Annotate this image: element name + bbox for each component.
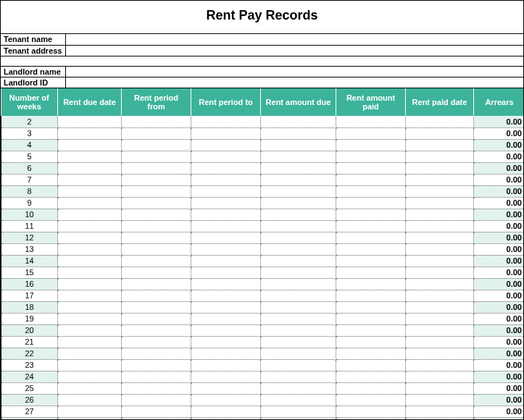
cell-amount-due[interactable]: [261, 301, 336, 313]
cell-period-to[interactable]: [191, 278, 261, 290]
cell-arrears[interactable]: 0.00: [474, 209, 525, 220]
cell-period-to[interactable]: [191, 255, 261, 266]
cell-amount-due[interactable]: [261, 290, 336, 301]
cell-period-to[interactable]: [191, 324, 261, 336]
cell-period-to[interactable]: [191, 290, 261, 301]
cell-amount-paid[interactable]: [336, 162, 406, 174]
cell-due-date[interactable]: [58, 301, 122, 313]
cell-period-from[interactable]: [122, 255, 191, 266]
cell-due-date[interactable]: [58, 116, 122, 127]
cell-paid-date[interactable]: [406, 336, 474, 348]
cell-period-from[interactable]: [122, 417, 191, 420]
cell-period-from[interactable]: [122, 359, 191, 371]
cell-amount-due[interactable]: [261, 266, 336, 278]
cell-period-from[interactable]: [122, 209, 191, 220]
cell-due-date[interactable]: [58, 324, 122, 336]
cell-period-to[interactable]: [191, 336, 261, 348]
cell-period-to[interactable]: [191, 359, 261, 371]
cell-arrears[interactable]: 0.00: [474, 371, 525, 382]
cell-arrears[interactable]: 0.00: [474, 185, 525, 197]
cell-week[interactable]: 9: [1, 197, 58, 209]
cell-period-to[interactable]: [191, 209, 261, 220]
cell-due-date[interactable]: [58, 232, 122, 243]
cell-paid-date[interactable]: [406, 324, 474, 336]
cell-week[interactable]: 12: [1, 232, 58, 243]
cell-amount-due[interactable]: [261, 162, 336, 174]
cell-amount-due[interactable]: [261, 139, 336, 151]
cell-amount-paid[interactable]: [336, 406, 406, 417]
cell-amount-due[interactable]: [261, 127, 336, 139]
cell-paid-date[interactable]: [406, 266, 474, 278]
cell-arrears[interactable]: 0.00: [474, 266, 525, 278]
cell-due-date[interactable]: [58, 336, 122, 348]
cell-paid-date[interactable]: [406, 232, 474, 243]
cell-amount-paid[interactable]: [336, 151, 406, 162]
cell-paid-date[interactable]: [406, 255, 474, 266]
cell-due-date[interactable]: [58, 394, 122, 406]
cell-paid-date[interactable]: [406, 382, 474, 394]
cell-arrears[interactable]: 0.00: [474, 243, 525, 255]
cell-arrears[interactable]: 0.00: [474, 174, 525, 185]
cell-week[interactable]: 25: [1, 382, 58, 394]
cell-period-from[interactable]: [122, 162, 191, 174]
cell-due-date[interactable]: [58, 406, 122, 417]
cell-due-date[interactable]: [58, 220, 122, 232]
cell-amount-paid[interactable]: [336, 185, 406, 197]
cell-period-to[interactable]: [191, 371, 261, 382]
cell-amount-paid[interactable]: [336, 127, 406, 139]
cell-amount-paid[interactable]: [336, 359, 406, 371]
cell-week[interactable]: 16: [1, 278, 58, 290]
cell-week[interactable]: 14: [1, 255, 58, 266]
cell-due-date[interactable]: [58, 209, 122, 220]
cell-due-date[interactable]: [58, 371, 122, 382]
cell-arrears[interactable]: 0.00: [474, 278, 525, 290]
cell-paid-date[interactable]: [406, 359, 474, 371]
cell-week[interactable]: 3: [1, 127, 58, 139]
cell-amount-due[interactable]: [261, 220, 336, 232]
cell-amount-due[interactable]: [261, 209, 336, 220]
cell-period-from[interactable]: [122, 394, 191, 406]
cell-amount-paid[interactable]: [336, 278, 406, 290]
cell-period-from[interactable]: [122, 185, 191, 197]
cell-paid-date[interactable]: [406, 185, 474, 197]
cell-amount-paid[interactable]: [336, 336, 406, 348]
cell-amount-due[interactable]: [261, 185, 336, 197]
cell-paid-date[interactable]: [406, 313, 474, 324]
cell-week[interactable]: 19: [1, 313, 58, 324]
cell-amount-due[interactable]: [261, 382, 336, 394]
cell-amount-paid[interactable]: [336, 266, 406, 278]
cell-period-to[interactable]: [191, 382, 261, 394]
cell-arrears[interactable]: 0.00: [474, 232, 525, 243]
cell-period-to[interactable]: [191, 406, 261, 417]
cell-period-from[interactable]: [122, 371, 191, 382]
cell-period-from[interactable]: [122, 151, 191, 162]
cell-amount-due[interactable]: [261, 406, 336, 417]
cell-week[interactable]: 7: [1, 174, 58, 185]
cell-paid-date[interactable]: [406, 394, 474, 406]
cell-week[interactable]: 8: [1, 185, 58, 197]
tenant-name-value[interactable]: [66, 34, 523, 45]
cell-amount-due[interactable]: [261, 371, 336, 382]
cell-week[interactable]: 10: [1, 209, 58, 220]
cell-arrears[interactable]: 0.00: [474, 359, 525, 371]
cell-due-date[interactable]: [58, 151, 122, 162]
cell-due-date[interactable]: [58, 162, 122, 174]
cell-arrears[interactable]: 0.00: [474, 197, 525, 209]
cell-amount-paid[interactable]: [336, 394, 406, 406]
cell-paid-date[interactable]: [406, 278, 474, 290]
cell-amount-due[interactable]: [261, 116, 336, 127]
cell-amount-due[interactable]: [261, 243, 336, 255]
cell-week[interactable]: 17: [1, 290, 58, 301]
cell-due-date[interactable]: [58, 255, 122, 266]
cell-due-date[interactable]: [58, 197, 122, 209]
cell-paid-date[interactable]: [406, 139, 474, 151]
cell-arrears[interactable]: 0.00: [474, 127, 525, 139]
cell-amount-due[interactable]: [261, 417, 336, 420]
cell-week[interactable]: 11: [1, 220, 58, 232]
cell-period-from[interactable]: [122, 324, 191, 336]
cell-paid-date[interactable]: [406, 151, 474, 162]
cell-week[interactable]: 21: [1, 336, 58, 348]
cell-amount-paid[interactable]: [336, 232, 406, 243]
cell-week[interactable]: 22: [1, 348, 58, 359]
cell-due-date[interactable]: [58, 174, 122, 185]
